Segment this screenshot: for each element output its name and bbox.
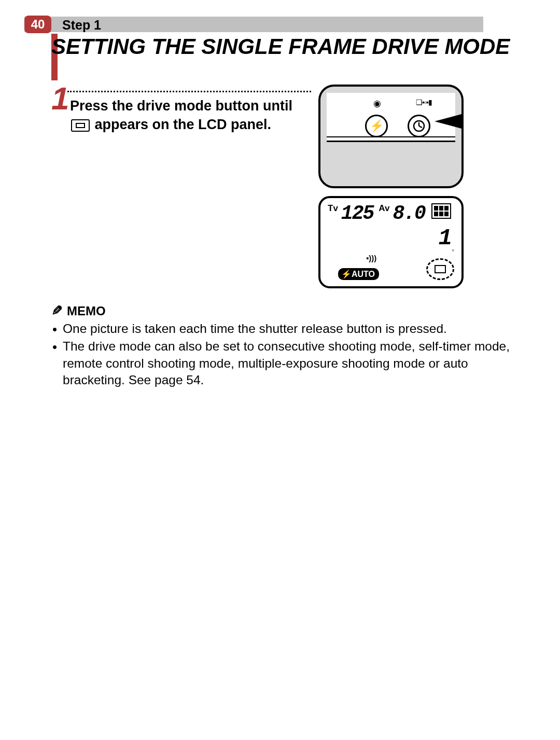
flash-auto-badge: ⚡AUTO: [338, 268, 379, 280]
pencil-icon: ✎: [51, 303, 63, 319]
page-number-tab: 40: [24, 16, 51, 33]
memo-label: MEMO: [67, 304, 106, 318]
step-text-before: Press the drive mode button until: [70, 98, 292, 114]
memo-header: ✎ MEMO: [51, 303, 106, 319]
camera-top-illustration: ◉ ❏▪▫▪▮ ⚡: [318, 85, 464, 188]
single-frame-icon: [71, 119, 90, 132]
frame-counter-dot-icon: ◦: [452, 246, 454, 254]
divider-line: [327, 136, 455, 137]
redeye-icon: ◉: [373, 98, 381, 109]
beep-icon: ▪))): [366, 254, 376, 262]
memo-item: The drive mode can also be set to consec…: [51, 338, 521, 388]
aperture-value: 8.0: [393, 202, 425, 225]
frame-counter: 1: [439, 225, 452, 251]
drive-mode-icons: ❏▪▫▪▮: [416, 98, 432, 106]
step-number: 1: [51, 80, 69, 117]
shutter-speed-value: 125: [341, 202, 373, 225]
page-title: SETTING THE SINGLE FRAME DRIVE MODE: [51, 35, 529, 58]
pointer-arrow-icon: [435, 114, 464, 129]
single-frame-highlight: [426, 258, 454, 280]
step-text-after: appears on the LCD panel.: [95, 117, 272, 132]
dotted-separator: [67, 91, 311, 92]
flash-button: ⚡: [365, 115, 388, 137]
af-point-grid-icon: [431, 203, 451, 219]
single-frame-small-icon: [435, 265, 446, 273]
drive-mode-button: [408, 115, 430, 137]
memo-item: One picture is taken each time the shutt…: [51, 320, 521, 337]
step-label: Step 1: [62, 18, 101, 33]
memo-list: One picture is taken each time the shutt…: [51, 320, 521, 389]
svg-line-2: [419, 126, 422, 128]
step-instruction: Press the drive mode button until appear…: [70, 96, 309, 134]
av-label: Av: [379, 203, 389, 214]
tv-label: Tv: [328, 203, 338, 214]
lcd-panel-illustration: Tv 125 Av 8.0 1 ◦ ▪))) ⚡AUTO: [318, 196, 464, 288]
